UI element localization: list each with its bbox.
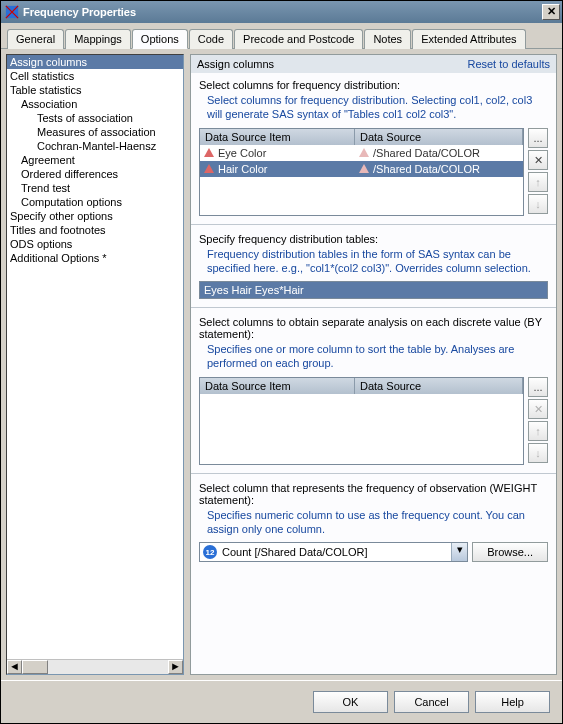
scroll-track[interactable] bbox=[48, 660, 168, 674]
char-icon bbox=[204, 148, 214, 157]
tab-mappings[interactable]: Mappings bbox=[65, 29, 131, 49]
tree-trend-test[interactable]: Trend test bbox=[7, 181, 183, 195]
remove-button[interactable]: ✕ bbox=[528, 399, 548, 419]
footer: OK Cancel Help bbox=[1, 680, 562, 723]
divider bbox=[191, 224, 556, 225]
divider bbox=[191, 307, 556, 308]
window: Frequency Properties ✕ General Mappings … bbox=[0, 0, 563, 724]
window-title: Frequency Properties bbox=[23, 6, 542, 18]
freq-tables-input[interactable] bbox=[199, 281, 548, 299]
add-button[interactable]: ... bbox=[528, 377, 548, 397]
panel-head: Assign columns Reset to defaults bbox=[191, 55, 556, 73]
section4-help: Specifies numeric column to use as the f… bbox=[207, 508, 548, 537]
tree-cell-stats[interactable]: Cell statistics bbox=[7, 69, 183, 83]
numeric-icon: 12 bbox=[203, 545, 217, 559]
tab-precode[interactable]: Precode and Postcode bbox=[234, 29, 363, 49]
help-button[interactable]: Help bbox=[475, 691, 550, 713]
grid-col-item: Data Source Item bbox=[200, 129, 355, 145]
grid1-r1-src: /Shared Data/COLOR bbox=[373, 163, 480, 175]
tree-hscroll[interactable]: ◄ ► bbox=[7, 659, 183, 674]
char-icon bbox=[204, 164, 214, 173]
reset-defaults-link[interactable]: Reset to defaults bbox=[467, 58, 550, 70]
grid1-row0[interactable]: Eye Color /Shared Data/COLOR bbox=[200, 145, 523, 161]
panel-title: Assign columns bbox=[197, 58, 274, 70]
ok-button[interactable]: OK bbox=[313, 691, 388, 713]
char-icon bbox=[359, 148, 369, 157]
by-grid[interactable]: Data Source Item Data Source bbox=[199, 377, 524, 465]
moveup-button[interactable]: ↑ bbox=[528, 172, 548, 192]
body: Assign columns Cell statistics Table sta… bbox=[1, 49, 562, 680]
divider bbox=[191, 473, 556, 474]
tab-code[interactable]: Code bbox=[189, 29, 233, 49]
scroll-thumb[interactable] bbox=[22, 660, 48, 674]
section1-label: Select columns for frequency distributio… bbox=[199, 79, 548, 91]
tab-general[interactable]: General bbox=[7, 29, 64, 49]
close-button[interactable]: ✕ bbox=[542, 4, 560, 20]
app-icon bbox=[5, 5, 19, 19]
tree-measures-assoc[interactable]: Measures of association bbox=[7, 125, 183, 139]
tab-extended[interactable]: Extended Attributes bbox=[412, 29, 525, 49]
titlebar: Frequency Properties ✕ bbox=[1, 1, 562, 23]
moveup-button[interactable]: ↑ bbox=[528, 421, 548, 441]
tree-tests-assoc[interactable]: Tests of association bbox=[7, 111, 183, 125]
tree-specify-other[interactable]: Specify other options bbox=[7, 209, 183, 223]
weight-dropdown[interactable]: 12 Count [/Shared Data/COLOR] ▾ bbox=[199, 542, 468, 562]
options-tree[interactable]: Assign columns Cell statistics Table sta… bbox=[6, 54, 184, 675]
movedown-button[interactable]: ↓ bbox=[528, 443, 548, 463]
tree-table-stats[interactable]: Table statistics bbox=[7, 83, 183, 97]
grid1-sidebuttons: ... ✕ ↑ ↓ bbox=[528, 128, 548, 216]
grid-col-source: Data Source bbox=[355, 378, 523, 394]
tree-association[interactable]: Association bbox=[7, 97, 183, 111]
tree-titles[interactable]: Titles and footnotes bbox=[7, 223, 183, 237]
scroll-right-icon[interactable]: ► bbox=[168, 660, 183, 674]
grid-col-item: Data Source Item bbox=[200, 378, 355, 394]
tree-additional[interactable]: Additional Options * bbox=[7, 251, 183, 265]
weight-value: Count [/Shared Data/COLOR] bbox=[220, 546, 451, 558]
grid1-r0-src: /Shared Data/COLOR bbox=[373, 147, 480, 159]
tabstrip: General Mappings Options Code Precode an… bbox=[1, 23, 562, 49]
tab-notes[interactable]: Notes bbox=[364, 29, 411, 49]
section4-label: Select column that represents the freque… bbox=[199, 482, 548, 506]
movedown-button[interactable]: ↓ bbox=[528, 194, 548, 214]
browse-button[interactable]: Browse... bbox=[472, 542, 548, 562]
grid-col-source: Data Source bbox=[355, 129, 523, 145]
add-button[interactable]: ... bbox=[528, 128, 548, 148]
freq-dist-grid[interactable]: Data Source Item Data Source Eye Color /… bbox=[199, 128, 524, 216]
tree-ordered-diff[interactable]: Ordered differences bbox=[7, 167, 183, 181]
dropdown-arrow-icon[interactable]: ▾ bbox=[451, 543, 467, 561]
tree-cmh[interactable]: Cochran-Mantel-Haensz bbox=[7, 139, 183, 153]
scroll-left-icon[interactable]: ◄ bbox=[7, 660, 22, 674]
section2-label: Specify frequency distribution tables: bbox=[199, 233, 548, 245]
char-icon bbox=[359, 164, 369, 173]
cancel-button[interactable]: Cancel bbox=[394, 691, 469, 713]
section3-help: Specifies one or more column to sort the… bbox=[207, 342, 548, 371]
tab-options[interactable]: Options bbox=[132, 29, 188, 49]
section1-help: Select columns for frequency distributio… bbox=[207, 93, 548, 122]
grid2-sidebuttons: ... ✕ ↑ ↓ bbox=[528, 377, 548, 465]
tree-ods[interactable]: ODS options bbox=[7, 237, 183, 251]
section3-label: Select columns to obtain separate analys… bbox=[199, 316, 548, 340]
section2-help: Frequency distribution tables in the for… bbox=[207, 247, 548, 276]
grid1-r1-item: Hair Color bbox=[218, 163, 268, 175]
grid1-row1[interactable]: Hair Color /Shared Data/COLOR bbox=[200, 161, 523, 177]
tree-assign-columns[interactable]: Assign columns bbox=[7, 55, 183, 69]
content-panel: Assign columns Reset to defaults Select … bbox=[190, 54, 557, 675]
grid1-r0-item: Eye Color bbox=[218, 147, 266, 159]
tree-agreement[interactable]: Agreement bbox=[7, 153, 183, 167]
remove-button[interactable]: ✕ bbox=[528, 150, 548, 170]
tree-comp-options[interactable]: Computation options bbox=[7, 195, 183, 209]
